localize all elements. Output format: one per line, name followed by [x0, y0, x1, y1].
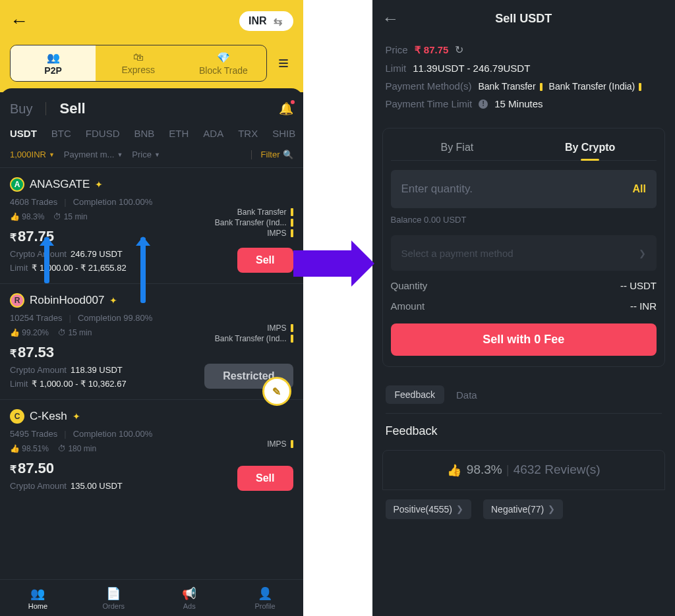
chevron-right-icon: ❯ — [456, 504, 463, 514]
nav-ads[interactable]: 📢Ads — [152, 580, 227, 616]
negative-feedback-button[interactable]: Negative(77)❯ — [483, 499, 563, 519]
filter-row: 1,000INR▼ Payment m...▼ Price▼ Filter🔍 — [0, 144, 303, 167]
order-panel: By Fiat By Crypto All Balance 0.00 USDT … — [382, 128, 666, 367]
sell-button[interactable]: Sell with 0 Fee — [391, 323, 657, 356]
coin-eth[interactable]: ETH — [169, 128, 189, 139]
feedback-summary: 👍98.3%|4632 Review(s) — [382, 450, 666, 490]
notification-bell-icon[interactable]: 🔔 — [279, 101, 293, 116]
offer-card[interactable]: C C-Kesh ✦ 5495 Trades|Completion 100.00… — [0, 399, 303, 501]
payment-method: IMPS — [267, 439, 293, 449]
nav-orders[interactable]: 📄Orders — [76, 580, 152, 616]
balance-text: Balance 0.00 USDT — [391, 215, 657, 225]
positive-feedback-button[interactable]: Positive(4555)❯ — [386, 499, 472, 519]
p2p-icon: 👥 — [47, 51, 60, 64]
payment-method: Bank Transfer (Ind... — [215, 218, 293, 227]
currency-label: INR — [249, 15, 267, 27]
create-ad-fab[interactable]: ✎ — [262, 377, 291, 406]
avatar: R — [10, 293, 24, 308]
profile-icon: 👤 — [258, 586, 272, 601]
trade-count: 10254 Trades — [10, 313, 63, 323]
amount-filter[interactable]: 1,000INR▼ — [10, 150, 55, 159]
back-arrow[interactable]: ← — [382, 9, 399, 29]
trader-name: RobinHood007 — [30, 294, 104, 307]
coin-btc[interactable]: BTC — [51, 128, 71, 139]
sell-tab[interactable]: Sell — [59, 100, 85, 117]
payment-method: Bank Transfer (Ind... — [215, 334, 293, 343]
swap-icon: ⇆ — [272, 15, 284, 27]
quantity-value: -- USDT — [620, 280, 657, 291]
tab-block-trade[interactable]: 💎Block Trade — [181, 45, 266, 81]
avatar: C — [10, 409, 24, 424]
sell-detail-screen: ← Sell USDT Price₹ 87.75↻ Limit11.39USDT… — [372, 0, 676, 616]
avatar: A — [10, 177, 24, 192]
chevron-down-icon: ▼ — [154, 152, 160, 158]
tab-p2p[interactable]: 👥P2P — [11, 45, 96, 81]
filter-button[interactable]: Filter🔍 — [261, 150, 293, 159]
buy-tab[interactable]: Buy — [10, 101, 32, 117]
annotation-arrow — [140, 237, 146, 303]
completion-rate: Completion 100.00% — [73, 429, 153, 439]
sell-offer-button[interactable]: Sell — [237, 248, 293, 273]
trader-name: ANASGATE — [30, 178, 90, 191]
home-icon: 👥 — [30, 586, 45, 601]
completion-rate: Completion 99.80% — [78, 313, 152, 323]
coin-bnb[interactable]: BNB — [134, 128, 155, 139]
coin-ada[interactable]: ADA — [203, 128, 223, 139]
info-icon[interactable]: ! — [479, 99, 488, 109]
currency-selector[interactable]: INR ⇆ — [239, 11, 293, 31]
offer-card[interactable]: R RobinHood007 ✦ 10254 Trades|Completion… — [0, 283, 303, 399]
menu-icon[interactable] — [274, 53, 293, 73]
tab-express[interactable]: 🛍Express — [96, 45, 181, 81]
payment-method-select[interactable]: Select a payment method ❯ — [391, 235, 657, 271]
feedback-tabs: Feedback Data — [386, 385, 662, 404]
coin-usdt[interactable]: USDT — [10, 128, 37, 139]
limit-label: Limit — [386, 63, 407, 74]
feedback-tab[interactable]: Feedback — [386, 385, 444, 404]
completion-rate: Completion 100.00% — [73, 197, 153, 207]
price-filter[interactable]: Price▼ — [132, 150, 160, 159]
dark-panel: Buy Sell 🔔 USDT BTC FDUSD BNB ETH ADA TR… — [0, 88, 303, 579]
quantity-label: Quantity — [391, 280, 428, 291]
payment-filter[interactable]: Payment m...▼ — [64, 150, 123, 159]
payment-method-tag: Bank Transfer (India) — [549, 81, 642, 92]
back-arrow[interactable]: ← — [10, 11, 28, 32]
right-header: ← Sell USDT — [372, 0, 676, 37]
trader-name: C-Kesh — [30, 410, 67, 423]
limit-value: 11.39USDT - 246.79USDT — [413, 63, 530, 74]
offers-list: A ANASGATE ✦ 4608 Trades|Completion 100.… — [0, 167, 303, 501]
nav-profile[interactable]: 👤Profile — [227, 580, 303, 616]
payment-method: IMPS — [215, 323, 293, 333]
feedback-heading: Feedback — [386, 424, 662, 438]
verified-icon: ✦ — [109, 295, 117, 306]
time-limit-value: 15 Minutes — [494, 98, 543, 109]
coin-fdusd[interactable]: FDUSD — [86, 128, 120, 139]
express-icon: 🛍 — [133, 51, 144, 63]
thumb-up-icon: 👍 99.20% — [10, 328, 49, 337]
data-tab[interactable]: Data — [456, 389, 477, 401]
chevron-down-icon: ▼ — [49, 152, 55, 158]
trade-count: 4608 Trades — [10, 197, 57, 207]
diamond-icon: 💎 — [217, 51, 230, 64]
refresh-icon[interactable]: ↻ — [455, 43, 463, 56]
ads-icon: 📢 — [182, 586, 196, 601]
clock-icon: ⏱ 15 min — [58, 328, 92, 337]
offer-info: Price₹ 87.75↻ Limit11.39USDT - 246.79USD… — [372, 37, 676, 123]
thumb-up-icon: 👍 98.51% — [10, 444, 49, 453]
tab-by-fiat[interactable]: By Fiat — [391, 135, 524, 160]
annotation-big-arrow — [293, 250, 353, 277]
all-button[interactable]: All — [633, 183, 646, 195]
coin-shib[interactable]: SHIB — [272, 128, 295, 139]
page-title: Sell USDT — [399, 12, 649, 26]
trade-count: 5495 Trades — [10, 429, 57, 439]
nav-home[interactable]: 👥Home — [0, 580, 76, 616]
payment-methods-label: Payment Method(s) — [386, 80, 472, 92]
coin-trx[interactable]: TRX — [238, 128, 258, 139]
quantity-input[interactable] — [401, 182, 573, 196]
chevron-down-icon: ▼ — [117, 152, 123, 158]
p2p-list-screen: ← INR ⇆ 👥P2P 🛍Express 💎Block Trade — [0, 0, 303, 616]
sell-offer-button[interactable]: Sell — [237, 466, 293, 491]
orders-icon: 📄 — [106, 586, 121, 601]
tab-by-crypto[interactable]: By Crypto — [523, 135, 657, 160]
chevron-right-icon: ❯ — [639, 248, 646, 258]
price-label: Price — [386, 44, 408, 55]
